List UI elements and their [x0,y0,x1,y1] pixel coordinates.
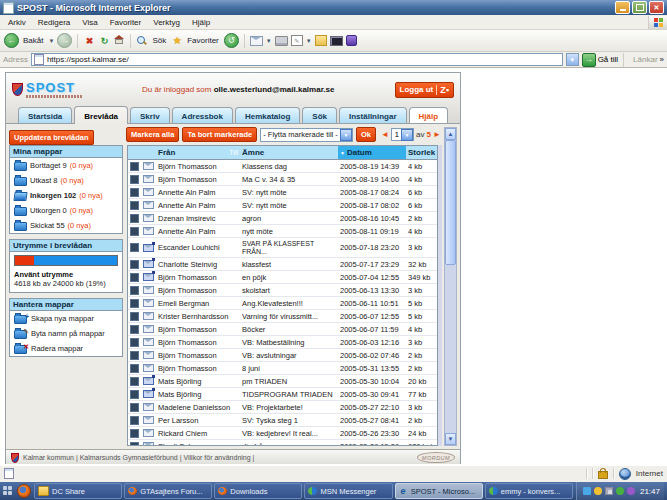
mail-subject[interactable]: Varning för virussmitt... [240,312,338,321]
row-checkbox[interactable] [130,429,139,438]
mail-row[interactable]: Krister BernhardssonVarning för virussmi… [128,310,437,323]
sidebar-folder-inkorgen[interactable]: Inkorgen 102 (0 nya) [10,188,122,203]
mail-subject[interactable]: Ma C v. 34 & 35 [240,175,338,184]
mail-row[interactable]: Björn ThomassonKlassens dag2005-08-19 14… [128,160,437,173]
mail-row[interactable]: Björn ThomassonMa C v. 34 & 352005-08-19… [128,173,437,186]
column-date[interactable]: ▼ Datum [338,146,406,159]
address-dropdown-icon[interactable]: ▼ [566,53,579,66]
mail-row[interactable]: Björn Thomassonen pöjk2005-07-04 12:5534… [128,271,437,284]
page-select[interactable]: 1 ▼ [391,128,414,141]
menu-favoriter[interactable]: Favoriter [104,17,148,28]
tray-network-icon[interactable] [583,487,591,495]
tab-startsida[interactable]: Startsida [18,107,72,123]
home-icon[interactable] [113,35,125,47]
row-checkbox[interactable] [130,188,139,197]
row-checkbox[interactable] [130,175,139,184]
quicklaunch-firefox-icon[interactable] [17,484,31,498]
mail-subject[interactable]: Böcker [240,325,338,334]
row-checkbox[interactable] [130,416,139,425]
row-checkbox[interactable] [130,312,139,321]
maximize-button[interactable] [632,1,647,14]
tray-msn-icon[interactable] [616,487,624,495]
menu-visa[interactable]: Visa [76,17,103,28]
row-checkbox[interactable] [130,162,139,171]
tab-brevlåda[interactable]: Brevlåda [74,106,128,124]
favorites-label[interactable]: Favoriter [187,36,219,45]
mail-row[interactable]: Annette Aln Palmnytt möte2005-08-11 09:1… [128,225,437,238]
mail-subject[interactable]: klassfest [240,260,338,269]
mail-row[interactable]: Annette Aln PalmSV: nytt möte2005-08-17 … [128,199,437,212]
scroll-thumb[interactable] [445,140,456,265]
row-checkbox[interactable] [130,273,139,282]
mail-row[interactable]: Björn ThomassonBöcker2005-06-07 11:594 k… [128,323,437,336]
links-menu[interactable]: Länkar » [633,55,664,64]
scroll-down-icon[interactable]: ▼ [445,433,456,445]
next-page-icon[interactable]: ► [433,130,441,139]
column-subject[interactable]: Ämne [240,148,338,157]
mail-row[interactable]: Mats BjörlingTIDSPROGRAM TRIADEN2005-05-… [128,388,437,401]
mail-subject[interactable]: Klassens dag [240,162,338,171]
messenger-icon[interactable] [315,35,327,46]
mail-subject[interactable]: skolstart [240,286,338,295]
tray-app-icon[interactable] [605,487,613,495]
close-button[interactable]: ✕ [649,1,664,14]
mail-subject[interactable]: VB: Matbeställning [240,338,338,347]
tab-hemkatalog[interactable]: Hemkatalog [235,107,300,123]
ok-button[interactable]: Ok [356,127,376,142]
tray-update-icon[interactable] [594,487,602,495]
row-checkbox[interactable] [130,325,139,334]
select-all-button[interactable]: Markera alla [126,127,179,142]
tab-adressbok[interactable]: Adressbok [172,107,233,123]
mail-subject[interactable]: VB: avslutningar [240,351,338,360]
search-label[interactable]: Sök [152,36,166,45]
tab-inställningar[interactable]: Inställningar [339,107,407,123]
mail-subject[interactable]: VB: Projektarbete! [240,403,338,412]
sidebar-folder-borttaget[interactable]: Borttaget 9 (0 nya) [10,158,122,173]
menu-verktyg[interactable]: Verktyg [147,17,186,28]
sidebar-folder-utkast[interactable]: Utkast 8 (0 nya) [10,173,122,188]
mail-subject[interactable]: 8 juni [240,364,338,373]
mail-subject[interactable]: TIDSPROGRAM TRIADEN [240,390,338,399]
fullscreen-icon[interactable] [330,36,343,46]
stop-icon[interactable]: ✖ [83,35,95,47]
back-dropdown-icon[interactable]: ▼ [48,38,54,44]
edit-icon[interactable]: ✎ [291,35,303,46]
mail-subject[interactable]: SV: nytt möte [240,201,338,210]
footer-links[interactable]: Kalmar kommun | Kalmarsunds Gymnasieförb… [23,454,254,461]
taskbar-button[interactable]: Downloads [214,483,302,499]
column-size[interactable]: Storlek [406,148,437,157]
row-checkbox[interactable] [130,377,139,386]
mail-row[interactable]: Shadi Salamedin fråga2005-05-26 15:36620… [128,440,437,445]
row-checkbox[interactable] [130,364,139,373]
media-icon[interactable] [346,35,357,46]
mail-row[interactable]: Björn ThomassonVB: Matbeställning2005-06… [128,336,437,349]
tab-skriv[interactable]: Skriv [130,107,170,123]
start-menu-icon[interactable] [3,486,14,497]
mail-scrollbar[interactable]: ▲ ▼ [444,127,457,446]
address-input[interactable]: https://spost.kalmar.se/ [31,53,563,66]
mail-subject[interactable]: Ang.Klevafesten!!! [240,299,338,308]
mail-row[interactable]: Emeli BergmanAng.Klevafesten!!!2005-06-1… [128,297,437,310]
row-checkbox[interactable] [130,214,139,223]
mail-subject[interactable]: VB: kedjebrev! It real... [240,429,338,438]
mail-subject[interactable]: SV: Tyska steg 1 [240,416,338,425]
tab-hjälp[interactable]: Hjälp [409,107,449,123]
mail-row[interactable]: Charlotte Steinvigklassfest2005-07-17 23… [128,258,437,271]
mail-row[interactable]: Madelene DanielssonVB: Projektarbete!200… [128,401,437,414]
search-icon[interactable] [136,35,148,47]
taskbar-button[interactable]: GTAsajtens Foru... [124,483,212,499]
print-icon[interactable] [275,36,288,46]
tray-messenger-icon[interactable] [627,487,635,495]
mail-subject[interactable]: SVAR PÅ KLASSFEST FRÅN... [240,240,338,256]
column-from[interactable]: Från Till [156,148,240,157]
back-icon[interactable]: ← [4,33,19,48]
edit-dropdown-icon[interactable]: ▼ [306,38,312,44]
mail-dropdown-icon[interactable]: ▼ [266,38,272,44]
column-till[interactable]: Till [229,149,238,156]
mail-row[interactable]: Mats Björlingpm TRIADEN2005-05-30 10:042… [128,375,437,388]
mail-row[interactable]: Annette Aln PalmSV: nytt möte2005-08-17 … [128,186,437,199]
mail-row[interactable]: Dzenan Imsirevicagron2005-08-16 10:452 k… [128,212,437,225]
row-checkbox[interactable] [130,338,139,347]
sidebar-folder-utkorgen[interactable]: Utkorgen 0 (0 nya) [10,203,122,218]
sidebar-action-rename-folder[interactable]: Byta namn på mappar [10,326,122,341]
